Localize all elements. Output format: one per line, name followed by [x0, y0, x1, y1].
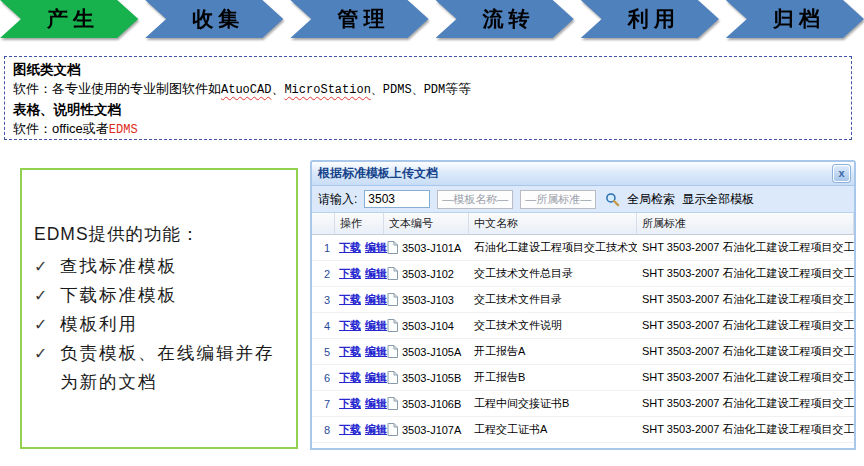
- document-icon: [387, 267, 398, 280]
- document-types-note: 图纸类文档 软件：各专业使用的专业制图软件如AtuoCAD、MicroStati…: [4, 56, 852, 140]
- note-software-line-1: 软件：各专业使用的专业制图软件如AtuoCAD、MicroStation、PDM…: [13, 79, 843, 100]
- document-icon: [387, 345, 398, 358]
- chevron-shape: 管理: [290, 0, 428, 38]
- search-input[interactable]: [364, 190, 430, 208]
- note-heading-tables: 表格、说明性文档: [13, 100, 843, 119]
- download-link[interactable]: 下载: [339, 293, 361, 305]
- template-name-dropdown[interactable]: —模板名称—: [437, 190, 513, 209]
- search-toolbar: 请输入: —模板名称— —所属标准— 全局检索 显示全部模板: [312, 186, 854, 213]
- table-row[interactable]: 1 下载编辑 3503-J101A 石油化工建设工程项目交工技术文件封面A SH…: [312, 235, 854, 261]
- process-step-archive: 归档: [726, 0, 864, 38]
- document-icon: [387, 319, 398, 332]
- check-icon: ✓: [34, 281, 60, 310]
- window-title: 根据标准模板上传文档: [318, 166, 438, 180]
- download-link[interactable]: 下载: [339, 397, 361, 409]
- edms-features-title: EDMS提供的功能：: [34, 222, 290, 246]
- edms-feature-item: ✓ 负责模板、在线编辑并存为新的文档: [34, 339, 290, 397]
- download-link[interactable]: 下载: [339, 267, 361, 279]
- note-software-line-2: 软件：office或者EDMS: [13, 119, 843, 140]
- download-link[interactable]: 下载: [339, 423, 361, 435]
- chevron-shape: 归档: [726, 0, 864, 38]
- process-step-manage: 管理: [290, 0, 428, 38]
- upload-template-window: 根据标准模板上传文档 x 请输入: —模板名称— —所属标准— 全局检索 显示全…: [310, 160, 856, 450]
- edms-feature-item: ✓ 查找标准模板: [34, 252, 290, 281]
- chevron-shape: 收集: [145, 0, 283, 38]
- input-label: 请输入:: [318, 191, 357, 208]
- check-icon: ✓: [34, 310, 60, 339]
- column-doc-code[interactable]: 文本编号: [384, 213, 469, 234]
- slide: 产生 收集 管理 流转 利用 归档 图纸类文档 软件：各专业使用的专业制图软件如…: [0, 0, 864, 466]
- note-heading-drawings: 图纸类文档: [13, 60, 843, 79]
- app-name-microstation: MicroStation: [284, 83, 370, 97]
- global-search-button[interactable]: 全局检索: [627, 191, 675, 208]
- close-icon[interactable]: x: [833, 165, 850, 182]
- search-icon[interactable]: [605, 192, 620, 207]
- app-name-atuocad: AtuoCAD: [221, 83, 271, 97]
- chevron-shape: 利用: [581, 0, 719, 38]
- table-row[interactable]: 2 下载编辑 3503-J102 交工技术文件总目录 SHT 3503-2007…: [312, 261, 854, 287]
- edms-features-box: EDMS提供的功能： ✓ 查找标准模板 ✓ 下载标准模板 ✓ 模板利用 ✓ 负责…: [20, 168, 298, 449]
- document-icon: [387, 371, 398, 384]
- chevron-shape: 流转: [436, 0, 574, 38]
- download-link[interactable]: 下载: [339, 371, 361, 383]
- download-link[interactable]: 下载: [339, 319, 361, 331]
- table-row[interactable]: 6 下载编辑 3503-J105B 开工报告B SHT 3503-2007 石油…: [312, 365, 854, 391]
- download-link[interactable]: 下载: [339, 345, 361, 357]
- edms-feature-item: ✓ 模板利用: [34, 310, 290, 339]
- download-link[interactable]: 下载: [339, 241, 361, 253]
- table-header: 操作 文本编号 中文名称 所属标准: [312, 213, 854, 235]
- window-titlebar: 根据标准模板上传文档 x: [312, 162, 854, 186]
- process-step-collect: 收集: [145, 0, 283, 38]
- document-icon: [387, 397, 398, 410]
- column-standard[interactable]: 所属标准: [637, 213, 854, 234]
- column-operation[interactable]: 操作: [335, 213, 384, 234]
- chevron-shape: 产生: [0, 0, 138, 38]
- edms-feature-item: ✓ 下载标准模板: [34, 281, 290, 310]
- process-step-use: 利用: [581, 0, 719, 38]
- column-rownum: [312, 213, 335, 234]
- table-row[interactable]: 4 下载编辑 3503-J104 交工技术文件说明 SHT 3503-2007 …: [312, 313, 854, 339]
- process-step-produce: 产生: [0, 0, 138, 38]
- process-step-flow: 流转: [436, 0, 574, 38]
- show-all-templates-button[interactable]: 显示全部模板: [682, 191, 754, 208]
- document-icon: [387, 241, 398, 254]
- document-icon: [387, 293, 398, 306]
- document-icon: [387, 423, 398, 436]
- check-icon: ✓: [34, 339, 60, 397]
- table-row[interactable]: 3 下载编辑 3503-J103 交工技术文件目录 SHT 3503-2007 …: [312, 287, 854, 313]
- table-row[interactable]: 8 下载编辑 3503-J107A 工程交工证书A SHT 3503-2007 …: [312, 417, 854, 443]
- process-flow-bar: 产生 收集 管理 流转 利用 归档: [0, 0, 864, 38]
- table-body: 1 下载编辑 3503-J101A 石油化工建设工程项目交工技术文件封面A SH…: [312, 235, 854, 443]
- table-row[interactable]: 7 下载编辑 3503-J106B 工程中间交接证书B SHT 3503-200…: [312, 391, 854, 417]
- edms-red-text: EDMS: [109, 123, 138, 137]
- standard-dropdown[interactable]: —所属标准—: [520, 190, 596, 209]
- check-icon: ✓: [34, 252, 60, 281]
- table-row[interactable]: 5 下载编辑 3503-J105A 开工报告A SHT 3503-2007 石油…: [312, 339, 854, 365]
- column-chinese-name[interactable]: 中文名称: [469, 213, 637, 234]
